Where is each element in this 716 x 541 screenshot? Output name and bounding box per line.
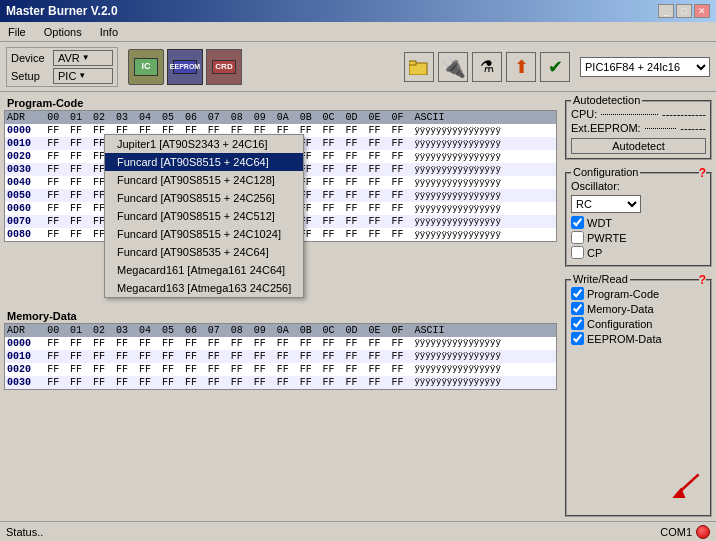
avr-menu-item-2[interactable]: Funcard [AT90S8515 + 24C128]	[105, 171, 303, 189]
device-row: Device AVR ▼	[11, 50, 113, 66]
program-code-title: Program-Code	[4, 96, 557, 110]
pwrte-checkbox[interactable]	[571, 231, 584, 244]
crd-button[interactable]: CRD	[206, 49, 242, 85]
configuration-group: Configuration ? Oscillator: RC XT HS LP …	[565, 172, 712, 267]
oscillator-label: Oscillator:	[571, 180, 620, 192]
memory-data-row: 0020FFFFFFFFFFFFFFFFFFFFFFFFFFFFFFFFÿÿÿÿ…	[5, 363, 556, 376]
wr-configuration-checkbox[interactable]	[571, 317, 584, 330]
avr-menu-item-1[interactable]: Funcard [AT90S8515 + 24C64]	[105, 153, 303, 171]
avr-menu-item-3[interactable]: Funcard [AT90S8515 + 24C256]	[105, 189, 303, 207]
svg-rect-1	[409, 61, 416, 65]
red-arrow-annotation	[663, 470, 708, 505]
wr-configuration-label: Configuration	[587, 318, 652, 330]
com-port-label: COM1	[660, 526, 692, 538]
eeprom-value: -------	[680, 122, 706, 134]
wr-program-code-row: Program-Code	[571, 287, 706, 300]
pwrte-label: PWRTE	[587, 232, 627, 244]
avr-dropdown-button[interactable]: AVR ▼	[53, 50, 113, 66]
md-header-ascii: ASCII	[412, 324, 556, 337]
minimize-button[interactable]: _	[658, 4, 674, 18]
memory-data-row: 0010FFFFFFFFFFFFFFFFFFFFFFFFFFFFFFFFÿÿÿÿ…	[5, 350, 556, 363]
upload-icon[interactable]: ⬆	[506, 52, 536, 82]
wr-eeprom-data-row: EEPROM-Data	[571, 332, 706, 345]
wr-eeprom-data-checkbox[interactable]	[571, 332, 584, 345]
status-text: Status..	[6, 526, 43, 538]
wr-configuration-row: Configuration	[571, 317, 706, 330]
autodetect-button[interactable]: Autodetect	[571, 138, 706, 154]
chip-icon[interactable]: 🔌	[438, 52, 468, 82]
oscillator-row: Oscillator:	[571, 180, 706, 192]
cpu-dots	[601, 114, 658, 115]
pic-device-selector: PIC16F84 + 24Ic16	[580, 57, 710, 77]
write-read-title: Write/Read	[571, 273, 630, 285]
pc-header-ascii: ASCII	[412, 111, 556, 124]
wdt-checkbox[interactable]	[571, 216, 584, 229]
memory-data-section: Memory-Data ADR 00010203 04050607 08090A…	[4, 309, 557, 518]
eeprom-row: Ext.EEPROM: -------	[571, 122, 706, 134]
pwrte-row: PWRTE	[571, 231, 706, 244]
window-title: Master Burner V.2.0	[6, 4, 118, 18]
memory-data-row: 0000FFFFFFFFFFFFFFFFFFFFFFFFFFFFFFFFÿÿÿÿ…	[5, 337, 556, 350]
cpu-label: CPU:	[571, 108, 597, 120]
avr-menu-item-0[interactable]: Jupiter1 [AT90S2343 + 24C16]	[105, 135, 303, 153]
status-led	[696, 525, 710, 539]
pic-dropdown-button[interactable]: PIC ▼	[53, 68, 113, 84]
avr-chevron-icon: ▼	[82, 53, 90, 62]
wr-memory-data-checkbox[interactable]	[571, 302, 584, 315]
menu-bar: File Options Info	[0, 22, 716, 42]
md-header-adr: ADR	[5, 324, 45, 337]
avr-menu-item-8[interactable]: Megacard163 [Atmega163 24C256]	[105, 279, 303, 297]
program-code-header-row: ADR 00010203 04050607 08090A0B 0C0D0E0F …	[5, 111, 556, 124]
test-tube-icon[interactable]: ⚗	[472, 52, 502, 82]
eeprom-button[interactable]: EEPROM	[167, 49, 203, 85]
menu-file[interactable]: File	[4, 25, 30, 39]
device-label: Device	[11, 52, 49, 64]
pic-chevron-icon: ▼	[78, 71, 86, 80]
memory-data-title: Memory-Data	[4, 309, 557, 323]
memory-data-table-wrapper: ADR 00010203 04050607 08090A0B 0C0D0E0F …	[4, 323, 557, 390]
menu-info[interactable]: Info	[96, 25, 122, 39]
wr-program-code-label: Program-Code	[587, 288, 659, 300]
cpu-value: ------------	[662, 108, 706, 120]
autodetection-title: Autodetection	[571, 94, 642, 106]
close-button[interactable]: ✕	[694, 4, 710, 18]
verify-icon[interactable]: ✔	[540, 52, 570, 82]
wdt-label: WDT	[587, 217, 612, 229]
open-file-button[interactable]	[404, 52, 434, 82]
toolbar-right: 🔌 ⚗ ⬆ ✔ PIC16F84 + 24Ic16	[404, 52, 710, 82]
setup-row: Setup PIC ▼	[11, 68, 113, 84]
memory-data-table: ADR 00010203 04050607 08090A0B 0C0D0E0F …	[5, 324, 556, 389]
title-bar: Master Burner V.2.0 _ □ ✕	[0, 0, 716, 22]
memory-data-header-row: ADR 00010203 04050607 08090A0B 0C0D0E0F …	[5, 324, 556, 337]
setup-label: Setup	[11, 70, 49, 82]
maximize-button[interactable]: □	[676, 4, 692, 18]
cp-checkbox[interactable]	[571, 246, 584, 259]
device-setup-section: Device AVR ▼ Setup PIC ▼	[6, 47, 118, 87]
eeprom-dots	[645, 128, 677, 129]
memory-data-row: 0030FFFFFFFFFFFFFFFFFFFFFFFFFFFFFFFFÿÿÿÿ…	[5, 376, 556, 389]
oscillator-select-row: RC XT HS LP	[571, 195, 706, 213]
ic-button[interactable]: IC	[128, 49, 164, 85]
eeprom-label: Ext.EEPROM:	[571, 122, 641, 134]
avr-dropdown-menu: Jupiter1 [AT90S2343 + 24C16] Funcard [AT…	[104, 134, 304, 298]
wr-eeprom-data-label: EEPROM-Data	[587, 333, 662, 345]
toolbar: Device AVR ▼ Setup PIC ▼ Jupiter1 [AT90S…	[0, 42, 716, 92]
write-read-help-icon[interactable]: ?	[699, 273, 706, 287]
pc-header-adr: ADR	[5, 111, 45, 124]
wr-program-code-checkbox[interactable]	[571, 287, 584, 300]
status-bar: Status.. COM1	[0, 521, 716, 541]
status-right: COM1	[660, 525, 710, 539]
wr-memory-data-label: Memory-Data	[587, 303, 654, 315]
ic-eeprom-crd-group: IC EEPROM CRD	[128, 49, 242, 85]
oscillator-select[interactable]: RC XT HS LP	[571, 195, 641, 213]
pic-device-select[interactable]: PIC16F84 + 24Ic16	[580, 57, 710, 77]
cp-row: CP	[571, 246, 706, 259]
memory-data-body: 0000FFFFFFFFFFFFFFFFFFFFFFFFFFFFFFFFÿÿÿÿ…	[5, 337, 556, 389]
menu-options[interactable]: Options	[40, 25, 86, 39]
avr-menu-item-6[interactable]: Funcard [AT90S8535 + 24C64]	[105, 243, 303, 261]
configuration-help-icon[interactable]: ?	[699, 166, 706, 180]
avr-menu-item-7[interactable]: Megacard161 [Atmega161 24C64]	[105, 261, 303, 279]
avr-menu-item-5[interactable]: Funcard [AT90S8515 + 24C1024]	[105, 225, 303, 243]
avr-menu-item-4[interactable]: Funcard [AT90S8515 + 24C512]	[105, 207, 303, 225]
configuration-title: Configuration	[571, 166, 640, 178]
